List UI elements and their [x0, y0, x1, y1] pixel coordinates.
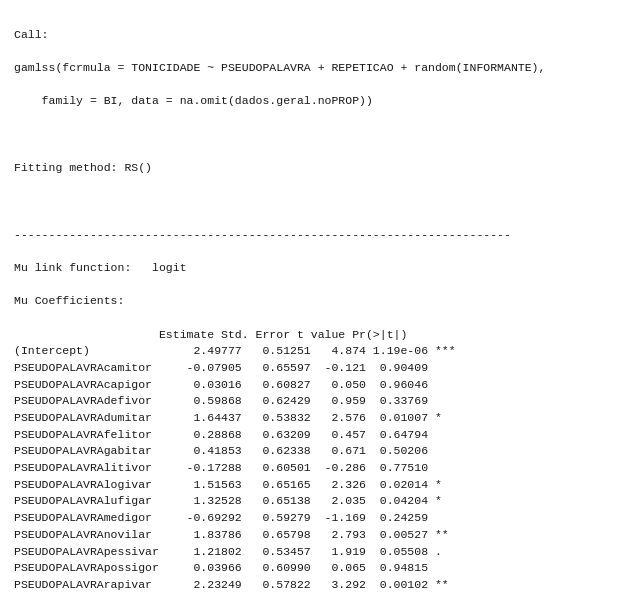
coefficients-table: (Intercept) 2.49777 0.51251 4.874 1.19e-…	[14, 343, 622, 596]
table-header: Estimate Std. Error t value Pr(>|t|)	[14, 328, 435, 341]
table-row: PSEUDOPALAVRAfelitor 0.28868 0.63209 0.4…	[14, 427, 622, 444]
table-row: PSEUDOPALAVRAlitivor -0.17288 0.60501 -0…	[14, 460, 622, 477]
table-row: PSEUDOPALAVRAdefivor 0.59868 0.62429 0.9…	[14, 393, 622, 410]
mu-coef-label: Mu Coefficients:	[14, 294, 124, 307]
gamlss-line1: gamlss(fcrmula = TONICIDADE ~ PSEUDOPALA…	[14, 61, 545, 74]
table-row: PSEUDOPALAVRAcamitor -0.07905 0.65597 -0…	[14, 360, 622, 377]
table-row: PSEUDOPALAVRAlogivar 1.51563 0.65165 2.3…	[14, 477, 622, 494]
mu-link: Mu link function: logit	[14, 261, 187, 274]
table-row: PSEUDOPALAVRAgabitar 0.41853 0.62338 0.6…	[14, 443, 622, 460]
output-block: Call: gamlss(fcrmula = TONICIDADE ~ PSEU…	[14, 10, 622, 343]
table-row: PSEUDOPALAVRAlufigar 1.32528 0.65138 2.0…	[14, 493, 622, 510]
table-row: PSEUDOPALAVRAnovilar 1.83786 0.65798 2.7…	[14, 527, 622, 544]
table-row: PSEUDOPALAVRApessivar 1.21802 0.53457 1.…	[14, 544, 622, 561]
table-row: PSEUDOPALAVRApossigor 0.03966 0.60990 0.…	[14, 560, 622, 577]
table-row: PSEUDOPALAVRAdumitar 1.64437 0.53832 2.5…	[14, 410, 622, 427]
table-row: PSEUDOPALAVRArapivar 2.23249 0.57822 3.2…	[14, 577, 622, 594]
fitting-method: Fitting method: RS()	[14, 161, 152, 174]
table-row: (Intercept) 2.49777 0.51251 4.874 1.19e-…	[14, 343, 622, 360]
table-row: PSEUDOPALAVRAmedigor -0.69292 0.59279 -1…	[14, 510, 622, 527]
call-label: Call:	[14, 28, 49, 41]
divider: ----------------------------------------…	[14, 228, 511, 241]
gamlss-line2: family = BI, data = na.omit(dados.geral.…	[14, 94, 373, 107]
table-row: PSEUDOPALAVRAcapigor 0.03016 0.60827 0.0…	[14, 377, 622, 394]
